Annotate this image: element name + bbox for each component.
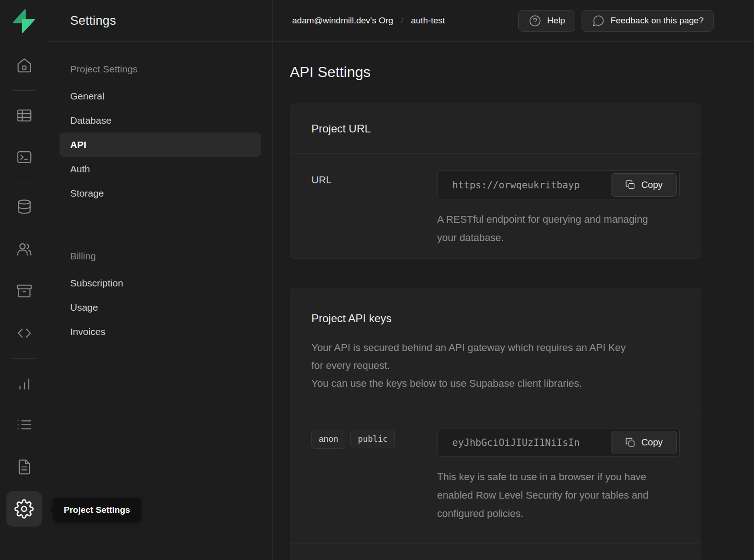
anon-key-field[interactable]: eyJhbGciOiJIUzI1NiIsIn Copy xyxy=(437,428,680,457)
section-label-project-settings: Project Settings xyxy=(60,64,261,75)
nav-api-docs[interactable] xyxy=(16,458,33,476)
api-keys-description-2: You can use the keys below to use Supaba… xyxy=(311,374,678,392)
gear-icon xyxy=(14,499,34,519)
sidebar-item-subscription[interactable]: Subscription xyxy=(60,271,261,295)
table-editor-icon xyxy=(16,107,33,124)
sidebar-item-database[interactable]: Database xyxy=(60,108,261,132)
top-bar: adam@windmill.dev's Org / auth-test Help xyxy=(273,0,754,42)
project-url-card: Project URL URL https://orwqeukritbayp xyxy=(290,104,701,259)
nav-edge-functions[interactable] xyxy=(16,324,33,342)
feedback-button[interactable]: Feedback on this page? xyxy=(582,10,714,32)
topbar-actions: Help Feedback on this page? xyxy=(518,10,714,32)
settings-sidebar: Settings Project Settings General Databa… xyxy=(48,0,273,560)
settings-title: Settings xyxy=(70,14,116,28)
nav-storage[interactable] xyxy=(16,282,33,300)
anon-badge: anon xyxy=(311,430,345,449)
breadcrumb: adam@windmill.dev's Org / auth-test xyxy=(292,16,445,26)
breadcrumb-project[interactable]: auth-test xyxy=(411,16,445,26)
sql-editor-icon xyxy=(16,148,33,166)
users-icon xyxy=(16,241,33,258)
page-title: API Settings xyxy=(290,64,754,81)
list-icon xyxy=(16,416,33,434)
project-url-value: https://orwqeukritbayp xyxy=(438,180,580,191)
next-key-row-divider xyxy=(290,543,701,560)
app-root: Project Settings Settings Project Settin… xyxy=(0,0,754,560)
anon-key-description: This key is safe to use in a browser if … xyxy=(437,468,657,523)
database-icon xyxy=(16,198,33,215)
nav-logs[interactable] xyxy=(16,416,33,434)
nav-table-editor[interactable] xyxy=(16,107,33,124)
nav-authentication[interactable] xyxy=(16,241,33,258)
copy-key-label: Copy xyxy=(641,437,663,448)
rail-divider xyxy=(13,358,35,359)
copy-url-button[interactable]: Copy xyxy=(611,173,677,197)
code-icon xyxy=(16,324,33,342)
help-circle-icon xyxy=(528,14,542,27)
copy-url-label: Copy xyxy=(641,180,663,190)
nav-database[interactable] xyxy=(16,198,33,215)
chat-bubble-icon xyxy=(592,14,605,27)
nav-home[interactable] xyxy=(16,57,33,74)
copy-icon xyxy=(625,180,636,190)
api-keys-card-body: anon public eyJhbGciOiJIUzI1NiIsIn xyxy=(290,411,701,543)
project-settings-tooltip: Project Settings xyxy=(53,498,141,522)
anon-key-main: eyJhbGciOiJIUzI1NiIsIn Copy This key is xyxy=(437,428,680,523)
api-keys-card: Project API keys Your API is secured beh… xyxy=(290,288,701,560)
project-url-card-body: URL https://orwqeukritbayp Copy xyxy=(290,154,701,258)
project-url-field[interactable]: https://orwqeukritbayp Copy xyxy=(437,170,680,199)
supabase-logo[interactable] xyxy=(11,8,37,34)
copy-key-button[interactable]: Copy xyxy=(611,431,677,454)
url-row: URL https://orwqeukritbayp Copy xyxy=(311,170,680,247)
nav-project-settings[interactable] xyxy=(6,491,42,527)
sidebar-item-usage[interactable]: Usage xyxy=(60,295,261,319)
public-badge: public xyxy=(350,430,395,448)
sidebar-item-api[interactable]: API xyxy=(60,132,261,157)
page-content: API Settings Project URL URL https://orw… xyxy=(273,42,754,560)
api-keys-description-1: Your API is secured behind an API gatewa… xyxy=(311,339,628,374)
main-area: adam@windmill.dev's Org / auth-test Help xyxy=(273,0,754,560)
nav-sql-editor[interactable] xyxy=(16,148,33,166)
api-keys-card-header: Project API keys Your API is secured beh… xyxy=(290,288,701,411)
help-button-label: Help xyxy=(547,16,565,26)
sidebar-item-general[interactable]: General xyxy=(60,84,261,108)
icon-rail xyxy=(0,0,48,560)
nav-reports[interactable] xyxy=(16,375,33,392)
rail-divider xyxy=(13,90,35,91)
sidebar-divider xyxy=(48,226,272,226)
copy-icon xyxy=(625,437,636,448)
feedback-button-label: Feedback on this page? xyxy=(610,16,704,26)
storage-archive-icon xyxy=(16,282,33,300)
sidebar-header: Settings xyxy=(48,0,272,42)
breadcrumb-separator: / xyxy=(401,16,403,25)
sidebar-item-storage[interactable]: Storage xyxy=(60,181,261,205)
help-button[interactable]: Help xyxy=(518,10,575,32)
rail-divider xyxy=(13,182,35,182)
supabase-logo-icon xyxy=(11,8,37,34)
tooltip-label: Project Settings xyxy=(64,505,130,515)
file-text-icon xyxy=(16,458,33,476)
section-label-billing: Billing xyxy=(60,251,261,262)
sidebar-body: Project Settings General Database API Au… xyxy=(48,42,272,344)
project-url-description: A RESTful endpoint for querying and mana… xyxy=(437,210,657,247)
url-row-main: https://orwqeukritbayp Copy A RESTful e xyxy=(437,170,680,247)
url-row-label: URL xyxy=(311,170,437,247)
anon-key-value: eyJhbGciOiJIUzI1NiIsIn xyxy=(438,437,580,448)
project-url-card-title: Project URL xyxy=(311,122,371,135)
anon-key-badges: anon public xyxy=(311,428,437,523)
bar-chart-icon xyxy=(16,375,33,392)
home-icon xyxy=(16,57,33,74)
sidebar-item-auth[interactable]: Auth xyxy=(60,157,261,181)
api-keys-card-title: Project API keys xyxy=(311,312,680,325)
anon-key-row: anon public eyJhbGciOiJIUzI1NiIsIn xyxy=(311,428,680,523)
project-url-card-header: Project URL xyxy=(290,104,701,154)
sidebar-item-invoices[interactable]: Invoices xyxy=(60,319,261,344)
breadcrumb-org[interactable]: adam@windmill.dev's Org xyxy=(292,16,393,26)
